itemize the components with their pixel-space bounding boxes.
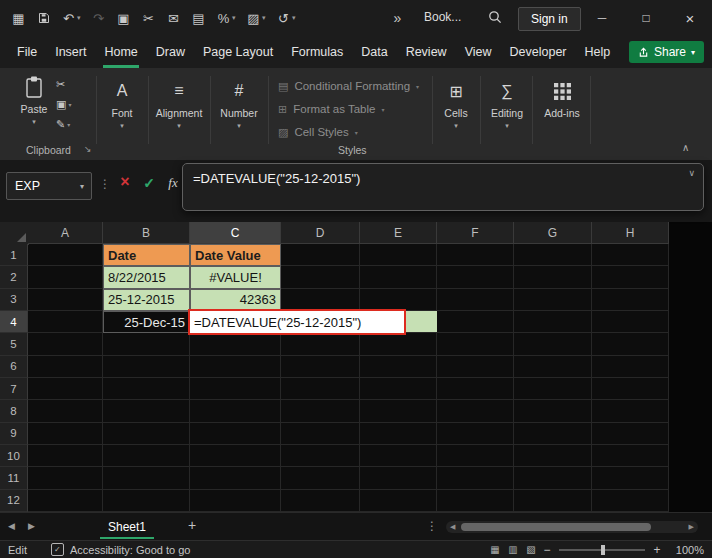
share-button[interactable]: Share ▾ <box>629 41 704 63</box>
cell-B9[interactable] <box>103 423 190 445</box>
cell-F7[interactable] <box>437 378 514 400</box>
rotate-chevron-icon[interactable]: ▾ <box>292 14 301 22</box>
cell-H12[interactable] <box>592 490 669 512</box>
cell-E1[interactable] <box>360 244 437 266</box>
cell-G12[interactable] <box>514 490 592 512</box>
row-header-11[interactable]: 11 <box>0 467 28 489</box>
cell-C8[interactable] <box>190 400 281 422</box>
cell-C9[interactable] <box>190 423 281 445</box>
row-header-7[interactable]: 7 <box>0 378 28 400</box>
cell-H11[interactable] <box>592 467 669 489</box>
cell-D10[interactable] <box>281 445 360 467</box>
enter-icon[interactable]: ✓ <box>138 175 160 191</box>
cell-A11[interactable] <box>28 467 103 489</box>
copy-icon[interactable]: ▣ <box>111 5 136 31</box>
cell-E5[interactable] <box>360 333 437 355</box>
cell-H2[interactable] <box>592 266 669 288</box>
cell-D6[interactable] <box>281 356 360 378</box>
accessibility-status[interactable]: Accessibility: Good to go <box>70 544 190 556</box>
cell-F1[interactable] <box>437 244 514 266</box>
normal-view-icon[interactable]: ▦ <box>486 544 504 555</box>
column-header-H[interactable]: H <box>592 222 669 244</box>
scroll-left-icon[interactable]: ◀ <box>450 523 455 531</box>
cell-B11[interactable] <box>103 467 190 489</box>
row-header-3[interactable]: 3 <box>0 289 28 311</box>
cell-F9[interactable] <box>437 423 514 445</box>
cell-F3[interactable] <box>437 289 514 311</box>
collapse-ribbon-button[interactable]: ∧ <box>682 142 689 153</box>
cut-icon[interactable]: ✂ <box>136 5 161 31</box>
ribbon-tab-review[interactable]: Review <box>397 36 456 68</box>
cell-B12[interactable] <box>103 490 190 512</box>
cell-B3[interactable]: 25-12-2015 <box>103 289 190 311</box>
cell-A9[interactable] <box>28 423 103 445</box>
cell-D3[interactable] <box>281 289 360 311</box>
cell-C2[interactable]: #VALUE! <box>190 266 281 288</box>
cell-F2[interactable] <box>437 266 514 288</box>
cell-F12[interactable] <box>437 490 514 512</box>
sheet-nav-left-icon[interactable]: ◀ <box>8 521 15 531</box>
cut-button[interactable]: ✂ <box>56 77 71 92</box>
cell-E11[interactable] <box>360 467 437 489</box>
ribbon-tab-help[interactable]: Help <box>576 36 620 68</box>
cell-B2[interactable]: 8/22/2015 <box>103 266 190 288</box>
cell-E8[interactable] <box>360 400 437 422</box>
ribbon-tab-draw[interactable]: Draw <box>147 36 194 68</box>
cell-D8[interactable] <box>281 400 360 422</box>
cell-H5[interactable] <box>592 333 669 355</box>
cell-D12[interactable] <box>281 490 360 512</box>
cell-D11[interactable] <box>281 467 360 489</box>
row-header-9[interactable]: 9 <box>0 423 28 445</box>
cell-D9[interactable] <box>281 423 360 445</box>
zoom-in-button[interactable]: + <box>650 543 664 557</box>
row-header-6[interactable]: 6 <box>0 356 28 378</box>
sheet-nav-right-icon[interactable]: ▶ <box>28 521 35 531</box>
cell-H8[interactable] <box>592 400 669 422</box>
toolbar-overflow-icon[interactable]: » <box>385 5 410 31</box>
minimize-button[interactable]: ─ <box>580 0 624 36</box>
cell-B5[interactable] <box>103 333 190 355</box>
conditional-formatting-button[interactable]: ▤Conditional Formatting▾ <box>278 76 419 96</box>
cell-B7[interactable] <box>103 378 190 400</box>
cell-F5[interactable] <box>437 333 514 355</box>
undo-chevron-icon[interactable]: ▾ <box>77 14 86 22</box>
add-sheet-button[interactable]: + <box>188 517 196 533</box>
cell-D2[interactable] <box>281 266 360 288</box>
ribbon-tab-view[interactable]: View <box>456 36 501 68</box>
cell-A4[interactable] <box>28 311 103 333</box>
ribbon-tab-insert[interactable]: Insert <box>46 36 95 68</box>
cell-G5[interactable] <box>514 333 592 355</box>
sheet-tab-sheet1[interactable]: Sheet1 <box>95 513 159 540</box>
cell-D1[interactable] <box>281 244 360 266</box>
cell-H9[interactable] <box>592 423 669 445</box>
cell-A1[interactable] <box>28 244 103 266</box>
group-editing[interactable]: ∑Editing▾ <box>482 78 532 152</box>
page-break-view-icon[interactable]: ▧ <box>522 544 540 555</box>
cell-G7[interactable] <box>514 378 592 400</box>
cell-H3[interactable] <box>592 289 669 311</box>
cell-F4[interactable] <box>437 311 514 333</box>
ribbon-tab-home[interactable]: Home <box>95 36 146 68</box>
clipboard-dialog-launcher-icon[interactable]: ↘ <box>84 144 92 154</box>
cell-E7[interactable] <box>360 378 437 400</box>
cell-styles-button[interactable]: ▨Cell Styles▾ <box>278 122 358 142</box>
group-font[interactable]: AFont▾ <box>96 78 148 152</box>
table-rows-icon[interactable]: ▤ <box>186 5 211 31</box>
cell-H4[interactable] <box>592 311 669 333</box>
cell-G9[interactable] <box>514 423 592 445</box>
cell-G11[interactable] <box>514 467 592 489</box>
cell-F10[interactable] <box>437 445 514 467</box>
cell-H1[interactable] <box>592 244 669 266</box>
scrollbar-thumb[interactable] <box>461 523 651 531</box>
cell-C5[interactable] <box>190 333 281 355</box>
row-header-10[interactable]: 10 <box>0 445 28 467</box>
cell-A7[interactable] <box>28 378 103 400</box>
sheet-more-icon[interactable]: ⋮ <box>426 519 438 533</box>
page-layout-view-icon[interactable]: ▥ <box>504 544 522 555</box>
cell-C10[interactable] <box>190 445 281 467</box>
excel-logo-icon[interactable]: ▦ <box>6 5 31 31</box>
cell-C4-edit-overlay[interactable]: =DATEVALUE("25-12-2015") <box>188 309 406 335</box>
row-header-2[interactable]: 2 <box>0 266 28 288</box>
cell-F11[interactable] <box>437 467 514 489</box>
horizontal-scrollbar[interactable]: ◀ ▶ <box>446 521 698 533</box>
